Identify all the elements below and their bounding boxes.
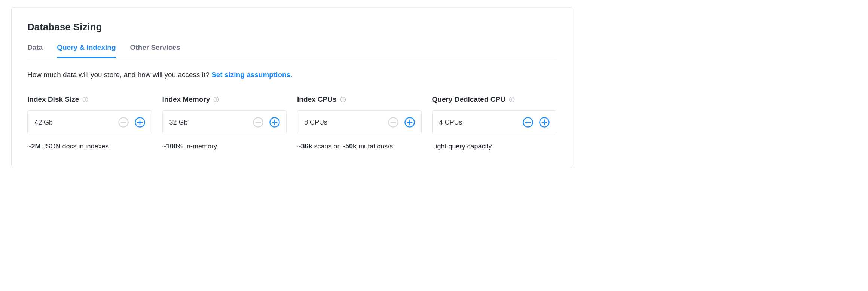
metric-note: ~100% in-memory xyxy=(162,143,287,150)
metric-label-row: Query Dedicated CPU xyxy=(432,95,557,104)
plus-icon[interactable] xyxy=(268,116,281,129)
metric-label: Index Memory xyxy=(162,95,210,104)
metric-note: Light query capacity xyxy=(432,143,557,150)
plus-icon[interactable] xyxy=(403,116,416,129)
index-memory-stepper: 32 Gb xyxy=(162,110,287,134)
minus-icon xyxy=(117,116,130,129)
set-sizing-assumptions-link[interactable]: Set sizing assumptions. xyxy=(211,71,292,79)
metric-query-dedicated-cpu: Query Dedicated CPU4 CPUsLight query cap… xyxy=(432,95,557,150)
info-icon[interactable] xyxy=(82,96,89,103)
tabs: DataQuery & IndexingOther Services xyxy=(27,41,556,58)
note-part: ~2M xyxy=(27,143,41,150)
info-icon[interactable] xyxy=(508,96,515,103)
tab-query-indexing[interactable]: Query & Indexing xyxy=(57,41,116,58)
metrics-row: Index Disk Size42 Gb~2M JSON docs in ind… xyxy=(27,95,556,150)
index-disk-size-stepper: 42 Gb xyxy=(27,110,152,134)
plus-icon[interactable] xyxy=(134,116,146,129)
metric-index-disk-size: Index Disk Size42 Gb~2M JSON docs in ind… xyxy=(27,95,152,150)
stepper-value: 4 CPUs xyxy=(439,119,518,126)
metric-label-row: Index Memory xyxy=(162,95,287,104)
note-part: ~36k xyxy=(297,143,312,150)
query-dedicated-cpu-stepper: 4 CPUs xyxy=(432,110,557,134)
metric-index-memory: Index Memory32 Gb~100% in-memory xyxy=(162,95,287,150)
svg-point-2 xyxy=(85,98,86,98)
tab-other-services[interactable]: Other Services xyxy=(130,41,180,58)
card-title: Database Sizing xyxy=(27,21,556,33)
metric-note: ~36k scans or ~50k mutations/s xyxy=(297,143,422,150)
stepper-value: 32 Gb xyxy=(169,119,248,126)
metric-note: ~2M JSON docs in indexes xyxy=(27,143,152,150)
metric-label: Query Dedicated CPU xyxy=(432,95,505,104)
index-cpus-stepper: 8 CPUs xyxy=(297,110,422,134)
metric-label-row: Index Disk Size xyxy=(27,95,152,104)
metric-label: Index Disk Size xyxy=(27,95,79,104)
stepper-value: 8 CPUs xyxy=(304,119,383,126)
database-sizing-card: Database Sizing DataQuery & IndexingOthe… xyxy=(11,7,572,168)
note-part: mutations/s xyxy=(357,143,393,150)
info-icon[interactable] xyxy=(340,96,346,103)
svg-point-26 xyxy=(512,98,512,98)
metric-label-row: Index CPUs xyxy=(297,95,422,104)
minus-icon xyxy=(387,116,400,129)
svg-point-18 xyxy=(343,98,343,98)
svg-point-10 xyxy=(216,98,217,98)
note-part: scans or xyxy=(312,143,342,150)
note-part: JSON docs in indexes xyxy=(41,143,109,150)
prompt-row: How much data will you store, and how wi… xyxy=(27,71,556,79)
prompt-text: How much data will you store, and how wi… xyxy=(27,71,211,79)
plus-icon[interactable] xyxy=(538,116,551,129)
note-part: Light query capacity xyxy=(432,143,492,150)
info-icon[interactable] xyxy=(213,96,220,103)
note-part: ~50k xyxy=(342,143,357,150)
note-part: ~100 xyxy=(162,143,178,150)
tab-data[interactable]: Data xyxy=(27,41,43,58)
minus-icon[interactable] xyxy=(522,116,534,129)
note-part: % in-memory xyxy=(177,143,217,150)
minus-icon xyxy=(252,116,265,129)
metric-index-cpus: Index CPUs8 CPUs~36k scans or ~50k mutat… xyxy=(297,95,422,150)
metric-label: Index CPUs xyxy=(297,95,337,104)
stepper-value: 42 Gb xyxy=(34,119,113,126)
